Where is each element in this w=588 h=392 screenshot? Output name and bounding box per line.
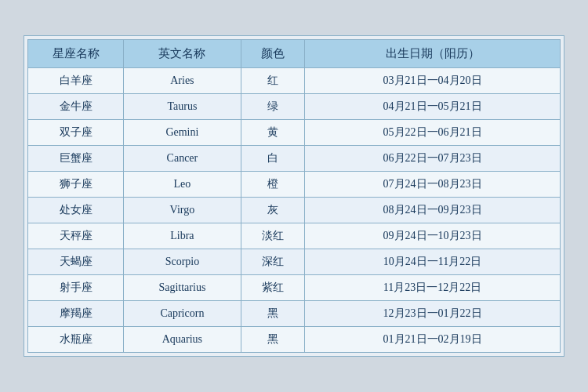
cell-en: Scorpio [124, 249, 241, 275]
cell-en: Capricorn [124, 301, 241, 327]
cell-date: 01月21日一02月19日 [305, 327, 561, 353]
table-row: 天蝎座Scorpio深红10月24日一11月22日 [28, 249, 561, 275]
cell-color: 绿 [241, 94, 304, 120]
cell-en: Aquarius [124, 327, 241, 353]
header-color: 颜色 [241, 40, 304, 68]
cell-color: 黄 [241, 120, 304, 146]
cell-date: 03月21日一04月20日 [305, 68, 561, 94]
table-row: 双子座Gemini黄05月22日一06月21日 [28, 120, 561, 146]
cell-date: 04月21日一05月21日 [305, 94, 561, 120]
cell-en: Virgo [124, 198, 241, 223]
cell-date: 11月23日一12月22日 [305, 275, 561, 301]
cell-date: 05月22日一06月21日 [305, 120, 561, 146]
table-header-row: 星座名称 英文名称 颜色 出生日期（阳历） [28, 40, 561, 68]
cell-en: Aries [124, 68, 241, 94]
cell-zh: 巨蟹座 [28, 146, 124, 172]
cell-en: Gemini [124, 120, 241, 146]
cell-en: Cancer [124, 146, 241, 172]
table-row: 巨蟹座Cancer白06月22日一07月23日 [28, 146, 561, 172]
cell-color: 灰 [241, 198, 304, 223]
table-row: 白羊座Aries红03月21日一04月20日 [28, 68, 561, 94]
cell-zh: 天秤座 [28, 223, 124, 249]
cell-color: 白 [241, 146, 304, 172]
table-row: 狮子座Leo橙07月24日一08月23日 [28, 172, 561, 198]
cell-color: 淡红 [241, 223, 304, 249]
table-row: 水瓶座Aquarius黑01月21日一02月19日 [28, 327, 561, 353]
cell-zh: 金牛座 [28, 94, 124, 120]
cell-zh: 狮子座 [28, 172, 124, 198]
cell-en: Leo [124, 172, 241, 198]
cell-en: Libra [124, 223, 241, 249]
table-row: 天秤座Libra淡红09月24日一10月23日 [28, 223, 561, 249]
table-row: 金牛座Taurus绿04月21日一05月21日 [28, 94, 561, 120]
cell-zh: 白羊座 [28, 68, 124, 94]
table-row: 摩羯座Capricorn黑12月23日一01月22日 [28, 301, 561, 327]
cell-zh: 摩羯座 [28, 301, 124, 327]
cell-color: 红 [241, 68, 304, 94]
header-en: 英文名称 [124, 40, 241, 68]
cell-zh: 天蝎座 [28, 249, 124, 275]
header-zh: 星座名称 [28, 40, 124, 68]
cell-zh: 处女座 [28, 198, 124, 223]
cell-zh: 射手座 [28, 275, 124, 301]
cell-date: 06月22日一07月23日 [305, 146, 561, 172]
cell-zh: 双子座 [28, 120, 124, 146]
cell-color: 深红 [241, 249, 304, 275]
cell-en: Sagittarius [124, 275, 241, 301]
cell-date: 07月24日一08月23日 [305, 172, 561, 198]
cell-date: 12月23日一01月22日 [305, 301, 561, 327]
cell-color: 紫红 [241, 275, 304, 301]
table-row: 处女座Virgo灰08月24日一09月23日 [28, 198, 561, 223]
cell-date: 10月24日一11月22日 [305, 249, 561, 275]
zodiac-table: 星座名称 英文名称 颜色 出生日期（阳历） 白羊座Aries红03月21日一04… [27, 39, 561, 353]
cell-color: 黑 [241, 301, 304, 327]
cell-color: 橙 [241, 172, 304, 198]
header-date: 出生日期（阳历） [305, 40, 561, 68]
cell-zh: 水瓶座 [28, 327, 124, 353]
cell-date: 09月24日一10月23日 [305, 223, 561, 249]
table-row: 射手座Sagittarius紫红11月23日一12月22日 [28, 275, 561, 301]
cell-color: 黑 [241, 327, 304, 353]
zodiac-table-container: 星座名称 英文名称 颜色 出生日期（阳历） 白羊座Aries红03月21日一04… [24, 35, 564, 357]
cell-date: 08月24日一09月23日 [305, 198, 561, 223]
cell-en: Taurus [124, 94, 241, 120]
